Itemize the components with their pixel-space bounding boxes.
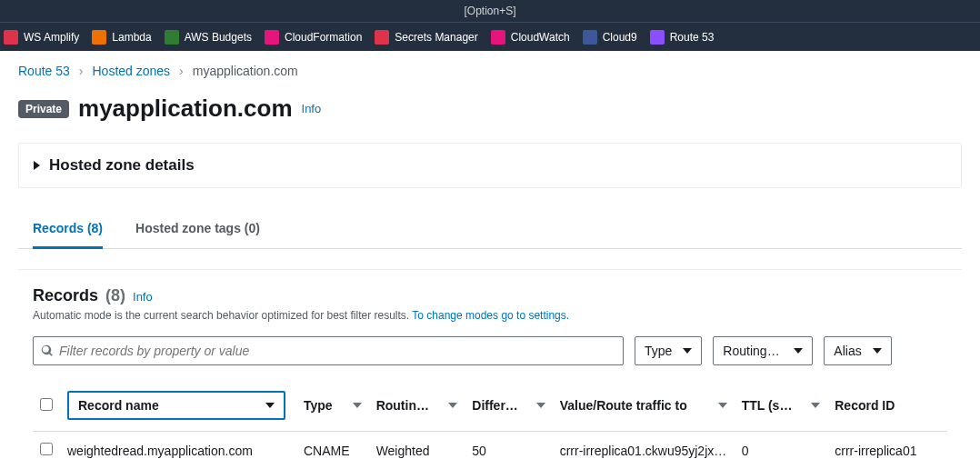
- type-filter[interactable]: Type: [635, 336, 702, 365]
- service-label: AWS Budgets: [185, 31, 252, 44]
- service-budgets[interactable]: AWS Budgets: [165, 30, 252, 45]
- col-differentiator[interactable]: Differ…: [465, 380, 552, 432]
- service-cloud9[interactable]: Cloud9: [583, 30, 637, 45]
- column-label: Differ…: [472, 398, 518, 413]
- tab-hosted-zone-tags[interactable]: Hosted zone tags (0): [135, 212, 260, 248]
- service-secrets-manager[interactable]: Secrets Manager: [375, 30, 477, 45]
- lambda-icon: [92, 30, 106, 45]
- chevron-down-icon: [794, 348, 803, 354]
- service-cloudformation[interactable]: CloudFormation: [265, 30, 362, 45]
- secrets-icon: [375, 30, 389, 45]
- top-search-bar: [Option+S]: [0, 0, 980, 22]
- col-record-id[interactable]: Record ID: [827, 380, 947, 432]
- breadcrumb-root[interactable]: Route 53: [18, 64, 70, 78]
- service-label: CloudWatch: [511, 31, 570, 44]
- breadcrumb-current: myapplication.com: [193, 64, 298, 78]
- records-table: Record name Type Routin… Differ… Value/R…: [33, 380, 947, 459]
- chevron-right-icon: ›: [79, 64, 84, 78]
- column-label: TTL (s…: [742, 398, 793, 413]
- col-type[interactable]: Type: [296, 380, 369, 432]
- filter-label: Alias: [834, 344, 861, 358]
- service-label: CloudFormation: [285, 31, 362, 44]
- chevron-down-icon: [873, 348, 882, 354]
- panel-description: Automatic mode is the current search beh…: [33, 309, 947, 322]
- sort-icon: [353, 403, 362, 408]
- column-label: Routin…: [376, 398, 429, 413]
- select-all-checkbox[interactable]: [40, 398, 53, 411]
- service-cloudwatch[interactable]: CloudWatch: [491, 30, 570, 45]
- service-label: Secrets Manager: [395, 31, 477, 44]
- column-label: Record name: [78, 398, 159, 413]
- cell-ttl: 0: [735, 432, 828, 460]
- hosted-zone-details-expander[interactable]: Hosted zone details: [18, 143, 962, 188]
- privacy-badge: Private: [18, 100, 69, 118]
- table-row[interactable]: weightedread.myapplication.com CNAME Wei…: [33, 432, 947, 460]
- routing-policy-filter[interactable]: Routing pol…: [713, 336, 813, 365]
- service-label: Route 53: [670, 31, 715, 44]
- filter-label: Routing pol…: [723, 344, 783, 358]
- desc-text: Automatic mode is the current search beh…: [33, 309, 412, 322]
- service-label: Lambda: [112, 31, 151, 44]
- service-label: WS Amplify: [24, 31, 79, 44]
- tab-records[interactable]: Records (8): [33, 212, 103, 249]
- column-label: Record ID: [835, 398, 895, 413]
- service-amplify[interactable]: WS Amplify: [4, 30, 79, 45]
- col-value[interactable]: Value/Route traffic to: [553, 380, 735, 432]
- search-input-wrap[interactable]: [33, 336, 624, 365]
- triangle-right-icon: [34, 161, 40, 170]
- panel-title: Records: [33, 286, 98, 305]
- expander-label: Hosted zone details: [49, 156, 195, 175]
- cell-record-name: weightedread.myapplication.com: [60, 432, 296, 460]
- page-title: myapplication.com: [78, 95, 293, 123]
- info-link[interactable]: Info: [302, 102, 322, 115]
- route53-icon: [650, 30, 665, 45]
- breadcrumb: Route 53 › Hosted zones › myapplication.…: [18, 64, 962, 78]
- record-name-header-select[interactable]: Record name: [67, 391, 285, 420]
- tabs: Records (8) Hosted zone tags (0): [18, 212, 962, 249]
- sort-icon: [718, 403, 727, 408]
- sort-icon: [536, 403, 545, 408]
- cloudwatch-icon: [491, 30, 505, 45]
- col-routing[interactable]: Routin…: [369, 380, 465, 432]
- cell-value: crrr-irreplica01.ckwu95yj2jxd…: [553, 432, 735, 460]
- records-panel: Records (8) Info Automatic mode is the c…: [18, 269, 962, 459]
- row-checkbox[interactable]: [40, 443, 53, 455]
- chevron-down-icon: [683, 348, 692, 354]
- cell-type: CNAME: [296, 432, 369, 460]
- cloudformation-icon: [265, 30, 279, 45]
- breadcrumb-zones[interactable]: Hosted zones: [93, 64, 171, 78]
- panel-info-link[interactable]: Info: [133, 290, 153, 304]
- filter-label: Type: [645, 344, 672, 358]
- chevron-down-icon: [265, 403, 275, 408]
- column-label: Type: [304, 398, 333, 413]
- alias-filter[interactable]: Alias: [824, 336, 891, 365]
- filter-records-input[interactable]: [59, 344, 615, 358]
- cell-routing: Weighted: [369, 432, 465, 460]
- cell-diff: 50: [465, 432, 552, 460]
- sort-icon: [811, 403, 820, 408]
- col-ttl[interactable]: TTL (s…: [735, 380, 828, 432]
- service-route53[interactable]: Route 53: [650, 30, 715, 45]
- budgets-icon: [165, 30, 179, 45]
- service-favorites-bar: WS Amplify Lambda AWS Budgets CloudForma…: [0, 22, 980, 51]
- column-label: Value/Route traffic to: [560, 398, 687, 413]
- search-icon: [41, 344, 54, 357]
- change-modes-link[interactable]: To change modes go to settings.: [412, 309, 569, 322]
- chevron-right-icon: ›: [179, 64, 184, 78]
- cell-record-id: crrr-irreplica01: [827, 432, 947, 460]
- cloud9-icon: [583, 30, 597, 45]
- amplify-icon: [4, 30, 18, 45]
- sort-icon: [448, 403, 457, 408]
- service-lambda[interactable]: Lambda: [92, 30, 151, 45]
- service-label: Cloud9: [603, 31, 637, 44]
- shortcut-hint: [Option+S]: [464, 5, 515, 17]
- filter-row: Type Routing pol… Alias: [33, 336, 947, 365]
- page-title-bar: Private myapplication.com Info: [18, 95, 962, 123]
- panel-count: (8): [105, 286, 125, 305]
